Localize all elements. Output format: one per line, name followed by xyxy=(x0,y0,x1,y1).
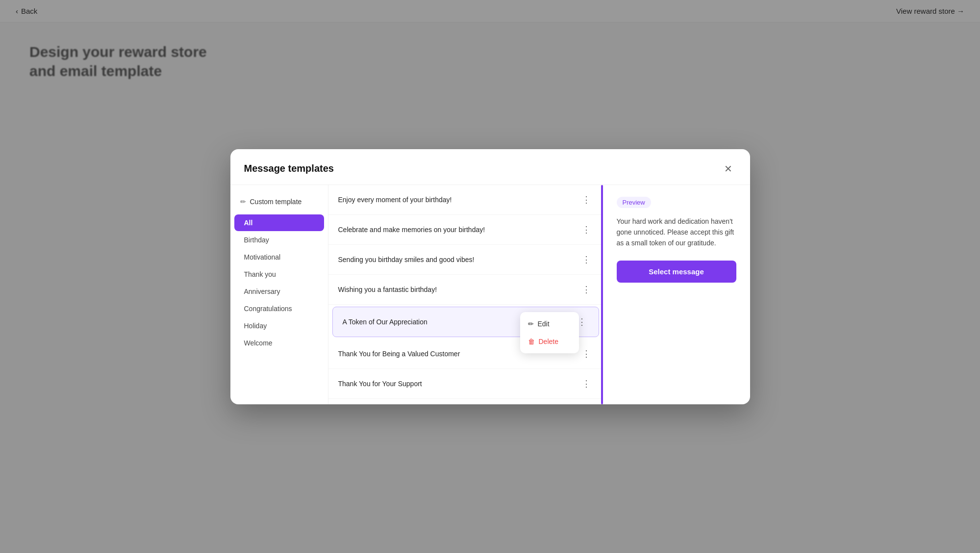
modal-body: ✏ Custom template All Birthday Motivatio… xyxy=(230,185,750,404)
context-menu: ✏ Edit 🗑 Delete xyxy=(520,312,579,353)
list-item-selected[interactable]: A Token of Our Appreciation ⋮ ✏ Edit 🗑 D… xyxy=(332,307,599,337)
preview-badge: Preview xyxy=(617,197,651,208)
preview-text: Your hard work and dedication haven't go… xyxy=(617,216,736,249)
list-item-menu-button[interactable]: ⋮ xyxy=(579,193,593,207)
list-item-text: Wishing you a fantastic birthday! xyxy=(338,286,437,293)
sidebar-categories: All Birthday Motivational Thank you Anni… xyxy=(230,214,328,351)
custom-template-item[interactable]: ✏ Custom template xyxy=(230,193,328,211)
list-item[interactable]: Sending you birthday smiles and good vib… xyxy=(328,245,603,275)
list-item-menu-button[interactable]: ⋮ xyxy=(579,377,593,391)
edit-menu-item[interactable]: ✏ Edit xyxy=(520,315,579,333)
modal-sidebar: ✏ Custom template All Birthday Motivatio… xyxy=(230,185,328,404)
close-modal-button[interactable]: ✕ xyxy=(721,161,736,177)
list-item[interactable]: Celebrate and make memories on your birt… xyxy=(328,215,603,245)
pencil-icon: ✏ xyxy=(240,198,246,206)
list-item[interactable]: Thank You for Your Support ⋮ xyxy=(328,369,603,399)
list-item[interactable]: Wishing you a fantastic birthday! ⋮ xyxy=(328,275,603,305)
select-message-button[interactable]: Select message xyxy=(617,261,736,283)
list-item[interactable]: Celebrating Your Milestone Anniversary ⋮ xyxy=(328,399,603,404)
sidebar-item-motivational[interactable]: Motivational xyxy=(234,249,324,265)
message-list: Enjoy every moment of your birthday! ⋮ C… xyxy=(328,185,603,404)
sidebar-item-holiday[interactable]: Holiday xyxy=(234,317,324,334)
close-icon: ✕ xyxy=(724,163,732,175)
list-item-text: Celebrate and make memories on your birt… xyxy=(338,226,485,234)
modal-backdrop: Message templates ✕ ✏ Custom template Al… xyxy=(0,0,980,553)
list-item-text: Thank You for Your Support xyxy=(338,380,422,388)
trash-icon: 🗑 xyxy=(528,338,535,345)
delete-menu-item[interactable]: 🗑 Delete xyxy=(520,333,579,350)
modal-header: Message templates ✕ xyxy=(230,149,750,185)
sidebar-item-anniversary[interactable]: Anniversary xyxy=(234,283,324,300)
list-item-menu-button[interactable]: ⋮ xyxy=(579,253,593,266)
sidebar-item-congratulations[interactable]: Congratulations xyxy=(234,300,324,317)
list-item-menu-button[interactable]: ⋮ xyxy=(579,223,593,237)
preview-panel: Preview Your hard work and dedication ha… xyxy=(603,185,750,404)
list-item-text: Thank You for Being a Valued Customer xyxy=(338,350,460,358)
list-item-text: A Token of Our Appreciation xyxy=(343,318,427,326)
list-item-text: Enjoy every moment of your birthday! xyxy=(338,196,452,204)
delete-label: Delete xyxy=(539,338,558,345)
list-item-menu-button[interactable]: ⋮ xyxy=(579,283,593,296)
edit-label: Edit xyxy=(538,320,550,328)
edit-icon: ✏ xyxy=(528,320,534,328)
sidebar-item-welcome[interactable]: Welcome xyxy=(234,335,324,351)
sidebar-item-thank-you[interactable]: Thank you xyxy=(234,266,324,283)
message-templates-modal: Message templates ✕ ✏ Custom template Al… xyxy=(230,149,750,404)
list-item-text: Sending you birthday smiles and good vib… xyxy=(338,256,475,263)
sidebar-item-birthday[interactable]: Birthday xyxy=(234,232,324,248)
list-item[interactable]: Enjoy every moment of your birthday! ⋮ xyxy=(328,185,603,215)
custom-template-label: Custom template xyxy=(250,198,302,206)
list-item-menu-button[interactable]: ⋮ xyxy=(579,347,593,361)
modal-title: Message templates xyxy=(244,163,334,174)
sidebar-item-all[interactable]: All xyxy=(234,214,324,231)
